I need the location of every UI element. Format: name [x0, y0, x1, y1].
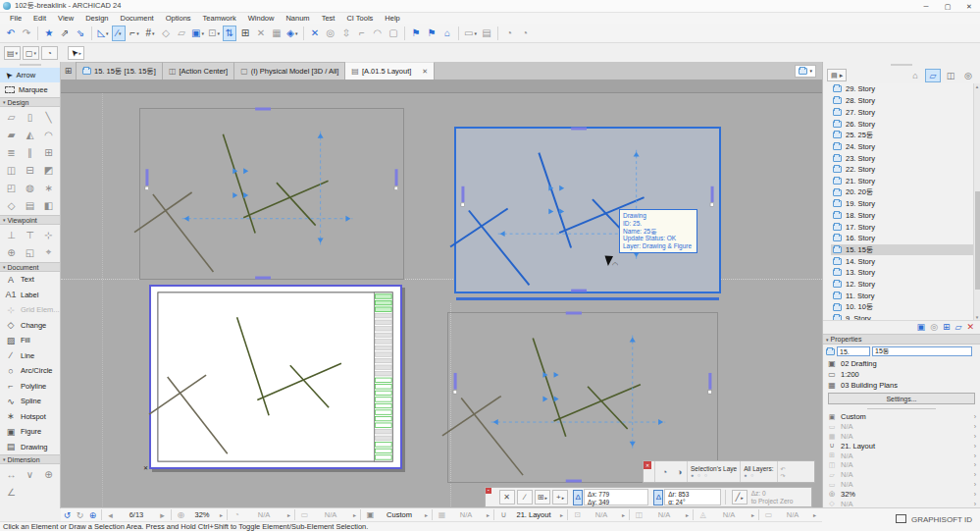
tool-polyline[interactable]: ⌐Polyline [0, 379, 60, 395]
menu-test[interactable]: Test [316, 13, 341, 24]
scroll-thumb[interactable] [975, 191, 980, 290]
pick-up-parameters-icon[interactable]: ⇗ [58, 26, 72, 41]
adjust-icon[interactable]: ⇳ [339, 26, 353, 41]
settings-button[interactable]: Settings... [828, 393, 975, 404]
suspend-groups-icon[interactable]: ⊡▾ [207, 26, 221, 41]
set-square-icon[interactable]: ◺▾ [96, 26, 110, 41]
menu-nanum[interactable]: Nanum [280, 13, 315, 24]
tracker-z-button[interactable]: ╱▸ [732, 490, 748, 504]
distribute-icon[interactable]: ✕ [254, 26, 268, 41]
navigator-options-button[interactable]: ▤▸ [827, 69, 847, 81]
story-item[interactable]: 22. Story [831, 164, 980, 176]
fillet-icon[interactable]: ◠ [371, 26, 385, 41]
property-row[interactable]: ⊞N/A› [823, 451, 980, 460]
favorites-icon[interactable]: ★ [42, 26, 56, 41]
trim-icon[interactable]: ✕ [308, 26, 322, 41]
railing-tool-icon[interactable]: ∥ [21, 143, 39, 161]
tracker-close-icon[interactable]: ▪ [486, 488, 491, 494]
menu-ci-tools[interactable]: CI Tools [340, 13, 379, 24]
properties-header[interactable]: ▾ Properties [823, 334, 980, 345]
layout-canvas[interactable]: ✕ DrawingID: 25.Name: 25동Update Status: … [61, 80, 822, 508]
publisher-icon[interactable]: ◎ [960, 69, 976, 82]
story-item[interactable]: 24. Story [831, 141, 980, 153]
tool-hotspot[interactable]: ∗Hotspot [0, 409, 60, 425]
menu-help[interactable]: Help [379, 13, 405, 24]
page-indicator[interactable]: 6/13 [117, 510, 156, 519]
delete-icon[interactable]: ✕ [966, 322, 974, 332]
story-item[interactable]: 28. Story [831, 95, 980, 107]
check-2-icon[interactable]: ◔ [518, 26, 532, 41]
property-row[interactable]: ▭N/A› [823, 422, 980, 432]
camera-tool-icon[interactable]: ⌖ [39, 243, 58, 261]
snap-guides-icon[interactable]: ⌐▾ [128, 26, 141, 41]
marquee-options-icon[interactable]: ▣▾ [190, 26, 205, 41]
elevation-tool-icon[interactable]: ⊤ [21, 226, 39, 243]
new-viewpoint-icon[interactable]: ⊞ [943, 322, 951, 332]
level-dimension-tool-icon[interactable]: ∨ [21, 465, 39, 483]
property-row[interactable]: ∪21. Layout› [823, 441, 980, 451]
tab-3[interactable]: ▢(I) Physical Model [3D / All] [234, 62, 345, 80]
tracker-grid-button[interactable]: ⊞▸ [535, 490, 550, 504]
layer-icon[interactable]: ○ [704, 472, 707, 478]
stair-tool-icon[interactable]: ≣ [2, 143, 21, 161]
property-row[interactable]: ◫N/A› [823, 460, 980, 470]
story-item[interactable]: 26. Story [831, 118, 980, 130]
redo-icon[interactable]: ↷ [781, 472, 786, 479]
hide-layer-icon[interactable]: ◔ [657, 461, 672, 482]
beam-tool-icon[interactable]: ╲ [39, 108, 58, 126]
move-icon[interactable]: ◈▾ [285, 26, 299, 41]
property-row[interactable]: ▦N/A› [823, 432, 980, 442]
tab-4[interactable]: ▤[A.01.5 Layout]✕ [345, 62, 435, 80]
guide-lines-icon[interactable]: ∕▾ [112, 26, 126, 41]
roof-tool-icon[interactable]: ◭ [21, 126, 39, 143]
split-icon[interactable]: ◎ [324, 26, 337, 41]
scroll-down-icon[interactable]: ▾ [974, 314, 980, 320]
menu-view[interactable]: View [52, 13, 79, 24]
tool-drawing[interactable]: ▤Drawing [0, 440, 60, 455]
page-previous-icon[interactable]: ◂ [104, 510, 117, 520]
offset-icon[interactable]: ▢ [387, 26, 400, 41]
snap-grid-icon[interactable]: #▾ [143, 26, 157, 41]
gravity-icon[interactable]: ◇ [159, 26, 173, 41]
slab-tool-icon[interactable]: ▰ [2, 126, 21, 143]
statusfield-3[interactable]: ▣Custom▸ [363, 508, 430, 522]
menu-teamwork[interactable]: Teamwork [197, 13, 242, 24]
layout-sheet-preview[interactable] [149, 285, 402, 469]
lock-layer-icon[interactable]: ◑ [672, 461, 687, 482]
wall-tool-icon[interactable]: ▱ [2, 108, 21, 126]
story-item[interactable]: 21. Story [831, 176, 980, 187]
arrow-tool-button[interactable]: ➤▸ [68, 46, 84, 60]
detail-tool-icon[interactable]: ⊕ [2, 243, 21, 261]
home-icon[interactable]: ⌂ [440, 26, 454, 41]
tool-text[interactable]: AText [0, 272, 60, 288]
clone-folder-icon[interactable]: ▣ [917, 322, 926, 332]
drawing-tools-icon[interactable]: ▤ [480, 26, 493, 41]
tool-fill[interactable]: ▨Fill [0, 333, 60, 348]
section-header-dimension[interactable]: ▾Dimension [0, 454, 60, 464]
story-item[interactable]: 9. Story [831, 313, 980, 320]
new-folder-icon[interactable]: ▱ [955, 322, 962, 332]
angle-dimension-tool-icon[interactable]: ∠ [2, 483, 21, 501]
project-map-icon[interactable]: ⌂ [907, 69, 923, 82]
drawing-viewport-bottom-right[interactable] [447, 312, 718, 483]
interior-elevation-tool-icon[interactable]: ⊹ [39, 226, 58, 243]
statusfield-2[interactable]: ▭N/A▸ [297, 508, 358, 522]
mesh-tool-icon[interactable]: ▤ [21, 196, 39, 214]
column-tool-icon[interactable]: ▯ [21, 108, 39, 126]
close-button[interactable]: ✕ [958, 0, 980, 13]
story-item[interactable]: 19. Story [831, 198, 980, 210]
tab-1[interactable]: 15. 15동 [15. 15동] [77, 62, 163, 80]
markup-flag-icon[interactable]: ⚑ [409, 26, 423, 41]
toolbox-selector[interactable]: ▤▾ [4, 46, 21, 60]
minimize-button[interactable]: ─ [915, 0, 937, 13]
page-next-icon[interactable]: ▸ [156, 510, 169, 520]
tool-change[interactable]: ◇Change [0, 318, 60, 334]
story-item[interactable]: 16. Story [831, 233, 980, 244]
morph-tool-icon[interactable]: ◇ [2, 196, 21, 214]
lock-icon[interactable]: ○ [697, 472, 700, 478]
menu-options[interactable]: Options [160, 13, 197, 24]
layout-book-icon[interactable]: ◫ [943, 69, 958, 82]
story-item[interactable]: 13. Story [831, 267, 980, 279]
drawing-viewport-top-left[interactable] [139, 108, 404, 280]
tab-overview-icon[interactable]: ⊞ [61, 62, 77, 80]
